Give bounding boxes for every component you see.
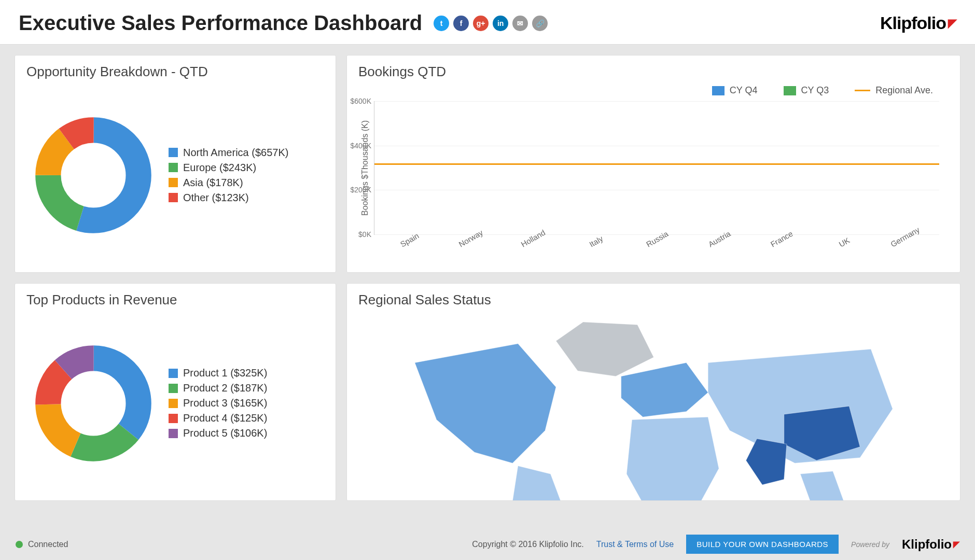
copyright: Copyright © 2016 Klipfolio Inc. bbox=[472, 540, 583, 549]
map-body bbox=[358, 311, 949, 501]
bar-area: Bookings $Thousands (K) $0K$200K$400K$60… bbox=[358, 101, 949, 235]
card-opportunity: Opportunity Breakdown - QTD North Americ… bbox=[15, 55, 336, 273]
bookings-legend: CY Q4 CY Q3 Regional Ave. bbox=[358, 83, 949, 101]
twitter-icon[interactable]: t bbox=[434, 16, 449, 31]
legend-item[interactable]: Product 5 ($106K) bbox=[169, 427, 267, 439]
link-icon[interactable]: 🔗 bbox=[532, 16, 548, 31]
y-axis-label: Bookings $Thousands (K) bbox=[358, 101, 372, 235]
brand-mark-icon: ◤ bbox=[948, 17, 956, 30]
donut-body: Product 1 ($325K)Product 2 ($187K)Produc… bbox=[26, 311, 324, 495]
region-north-america[interactable] bbox=[414, 344, 555, 463]
swatch-icon bbox=[169, 399, 178, 408]
footer-brand-logo[interactable]: Klipfolio◤ bbox=[902, 537, 959, 552]
swatch-icon bbox=[169, 414, 178, 423]
region-south-america[interactable] bbox=[512, 466, 567, 501]
linkedin-icon[interactable]: in bbox=[493, 16, 508, 31]
card-products: Top Products in Revenue Product 1 ($325K… bbox=[15, 283, 336, 501]
card-title: Opportunity Breakdown - QTD bbox=[26, 64, 324, 80]
opportunity-legend: North America ($657K)Europe ($243K)Asia … bbox=[169, 147, 288, 204]
region-greenland[interactable] bbox=[556, 322, 653, 376]
legend-item[interactable]: Other ($123K) bbox=[169, 192, 288, 204]
legend-q4[interactable]: CY Q4 bbox=[712, 85, 758, 96]
legend-label: CY Q3 bbox=[801, 85, 829, 96]
header: Executive Sales Performance Dashboard t … bbox=[0, 0, 975, 45]
legend-label: Regional Ave. bbox=[875, 85, 933, 96]
legend-label: Product 2 ($187K) bbox=[183, 382, 267, 394]
email-icon[interactable]: ✉ bbox=[512, 16, 528, 31]
y-tick: $200K bbox=[346, 186, 371, 194]
card-title: Top Products in Revenue bbox=[26, 292, 324, 308]
region-africa[interactable] bbox=[626, 417, 719, 501]
products-donut-chart bbox=[34, 344, 153, 463]
swatch-icon bbox=[169, 163, 178, 172]
brand-mark-icon: ◤ bbox=[953, 539, 959, 549]
build-dashboards-button[interactable]: BUILD YOUR OWN DASHBOARDS bbox=[686, 535, 839, 554]
bookings-body: CY Q4 CY Q3 Regional Ave. Bookings $Thou… bbox=[358, 83, 949, 267]
trust-link[interactable]: Trust & Terms of Use bbox=[596, 540, 674, 549]
share-icons: t f g+ in ✉ 🔗 bbox=[434, 16, 548, 31]
donut-body: North America ($657K)Europe ($243K)Asia … bbox=[26, 83, 324, 267]
y-tick: $0K bbox=[346, 230, 371, 239]
legend-item[interactable]: Product 4 ($125K) bbox=[169, 412, 267, 424]
legend-label: Product 4 ($125K) bbox=[183, 412, 267, 424]
gplus-icon[interactable]: g+ bbox=[473, 16, 489, 31]
legend-avg[interactable]: Regional Ave. bbox=[855, 85, 933, 96]
region-europe[interactable] bbox=[621, 362, 708, 417]
swatch-icon bbox=[169, 148, 178, 157]
products-legend: Product 1 ($325K)Product 2 ($187K)Produc… bbox=[169, 367, 267, 439]
legend-label: Europe ($243K) bbox=[183, 162, 256, 174]
footer-right: Copyright © 2016 Klipfolio Inc. Trust & … bbox=[472, 535, 959, 554]
swatch-icon bbox=[169, 193, 178, 202]
swatch-icon bbox=[169, 178, 178, 187]
page-title: Executive Sales Performance Dashboard bbox=[19, 11, 422, 35]
powered-by: Powered by bbox=[851, 540, 889, 549]
donut-slice[interactable] bbox=[48, 358, 138, 448]
y-tick: $400K bbox=[346, 142, 371, 150]
region-se-asia[interactable] bbox=[800, 471, 844, 501]
bookings-plot: $0K$200K$400K$600KSpainNorwayHollandItal… bbox=[374, 101, 939, 235]
status-text: Connected bbox=[28, 540, 68, 549]
card-bookings: Bookings QTD CY Q4 CY Q3 Regional Ave. B… bbox=[346, 55, 960, 273]
swatch-icon bbox=[169, 429, 178, 438]
legend-item[interactable]: Europe ($243K) bbox=[169, 162, 288, 174]
card-title: Bookings QTD bbox=[358, 64, 949, 80]
footer: Connected Copyright © 2016 Klipfolio Inc… bbox=[0, 528, 975, 560]
legend-label: North America ($657K) bbox=[183, 147, 288, 159]
region-india[interactable] bbox=[746, 439, 787, 485]
legend-q3[interactable]: CY Q3 bbox=[784, 85, 829, 96]
legend-label: CY Q4 bbox=[730, 85, 758, 96]
connection-status: Connected bbox=[16, 540, 68, 549]
legend-label: Product 1 ($325K) bbox=[183, 367, 267, 379]
legend-item[interactable]: Product 2 ($187K) bbox=[169, 382, 267, 394]
swatch-icon bbox=[169, 369, 178, 378]
legend-label: Other ($123K) bbox=[183, 192, 249, 204]
opportunity-donut-chart bbox=[34, 116, 153, 235]
legend-label: Product 5 ($106K) bbox=[183, 427, 267, 439]
legend-label: Asia ($178K) bbox=[183, 177, 243, 189]
donut-slice[interactable] bbox=[48, 130, 138, 220]
world-map[interactable] bbox=[382, 311, 925, 501]
bars-row: SpainNorwayHollandItalyRussiaAustriaFran… bbox=[374, 101, 939, 234]
brand-text: Klipfolio bbox=[880, 13, 946, 33]
y-tick: $600K bbox=[346, 97, 371, 105]
facebook-icon[interactable]: f bbox=[453, 16, 469, 31]
card-title: Regional Sales Status bbox=[358, 292, 949, 308]
legend-item[interactable]: Asia ($178K) bbox=[169, 177, 288, 189]
header-left: Executive Sales Performance Dashboard t … bbox=[19, 11, 548, 35]
brand-logo[interactable]: Klipfolio◤ bbox=[880, 13, 956, 33]
legend-item[interactable]: Product 1 ($325K) bbox=[169, 367, 267, 379]
legend-item[interactable]: Product 3 ($165K) bbox=[169, 397, 267, 409]
legend-item[interactable]: North America ($657K) bbox=[169, 147, 288, 159]
status-dot-icon bbox=[16, 541, 23, 548]
brand-text: Klipfolio bbox=[902, 537, 952, 552]
swatch-icon bbox=[169, 384, 178, 393]
card-regional: Regional Sales Status bbox=[346, 283, 960, 501]
legend-label: Product 3 ($165K) bbox=[183, 397, 267, 409]
dashboard-board: Opportunity Breakdown - QTD North Americ… bbox=[0, 45, 975, 511]
